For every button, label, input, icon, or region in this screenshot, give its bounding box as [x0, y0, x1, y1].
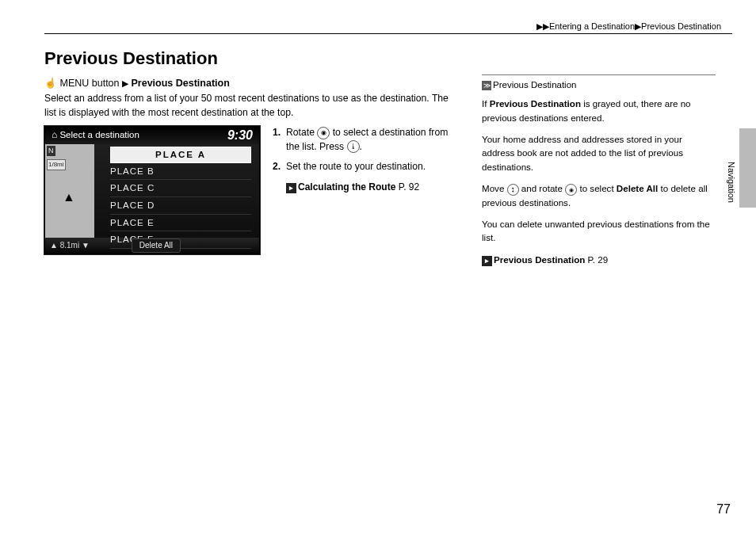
map-preview: N 1/8mi ▲ — [45, 144, 94, 238]
footer-distance: ▲ 8.1mi ▼ — [50, 240, 90, 252]
step-2: Set the route to your destination. — [273, 160, 460, 174]
path-destination: Previous Destination — [131, 78, 229, 89]
side-chevron-icon: ≫ — [482, 81, 491, 90]
cross-reference: ▸Calculating the Route P. 92 — [273, 181, 460, 194]
list-item: PLACE E — [110, 215, 251, 232]
side-note-4: You can delete unwanted previous destina… — [482, 217, 716, 245]
breadcrumb-page: Previous Destination — [641, 21, 721, 31]
list-item: PLACE D — [110, 197, 251, 215]
instruction-steps: Rotate ◉ to select a destination from th… — [273, 126, 460, 194]
step-1: Rotate ◉ to select a destination from th… — [273, 126, 460, 154]
section-tab — [739, 128, 756, 208]
breadcrumb-chevrons: ▶▶ — [536, 21, 549, 31]
menu-button-label: MENU button — [59, 78, 119, 89]
list-item: PLACE C — [110, 180, 251, 197]
move-dial-icon: ⭥ — [507, 184, 519, 196]
xref-label: Previous Destination — [494, 254, 585, 265]
xref-icon: ▸ — [286, 183, 296, 193]
press-dial-icon: ⭳ — [347, 140, 360, 153]
list-item: PLACE B — [110, 163, 251, 181]
rotate-dial-icon: ◉ — [565, 184, 577, 196]
compass-icon: N — [47, 146, 55, 156]
vehicle-marker-icon: ▲ — [63, 188, 75, 206]
path-arrow-icon: ▶ — [122, 78, 128, 88]
list-item: PLACE A — [110, 147, 251, 163]
map-scale: 1/8mi — [47, 159, 66, 170]
navigation-path: ☝ MENU button ▶ Previous Destination — [44, 76, 230, 90]
side-heading: ≫Previous Destination — [482, 74, 716, 92]
page-number: 77 — [716, 500, 731, 518]
clock: 9:30 — [227, 126, 253, 144]
intro-text: Select an address from a list of your 50… — [44, 92, 456, 120]
page-title: Previous Destination — [44, 46, 218, 71]
side-note-3: Move ⭥ and rotate ◉ to select Delete All… — [482, 181, 716, 209]
delete-all-button: Delete All — [132, 238, 181, 254]
xref-page: P. 92 — [399, 181, 419, 193]
xref-page: P. 29 — [588, 254, 609, 265]
side-note-1: If Previous Destination is grayed out, t… — [482, 97, 716, 124]
screen-header: Select a destination — [59, 130, 139, 139]
cross-reference: ▸Previous Destination P. 29 — [482, 253, 716, 266]
device-screenshot: ⌂ Select a destination 9:30 N 1/8mi ▲ PL… — [44, 126, 260, 254]
breadcrumb: ▶▶Entering a Destination▶Previous Destin… — [536, 21, 721, 33]
section-tab-label: Navigation — [724, 162, 737, 203]
side-note-2: Your home address and addresses stored i… — [482, 132, 716, 174]
menu-hand-icon: ☝ — [44, 78, 57, 89]
xref-label: Calculating the Route — [298, 181, 395, 193]
breadcrumb-sep: ▶ — [635, 21, 641, 31]
home-icon: ⌂ — [52, 129, 57, 140]
destination-list: PLACE A PLACE B PLACE C PLACE D PLACE E … — [94, 144, 259, 238]
xref-icon: ▸ — [482, 256, 492, 266]
breadcrumb-section: Entering a Destination — [549, 21, 635, 31]
side-column: ≫Previous Destination If Previous Destin… — [482, 74, 716, 266]
header-rule — [44, 33, 732, 34]
rotate-dial-icon: ◉ — [317, 127, 330, 139]
